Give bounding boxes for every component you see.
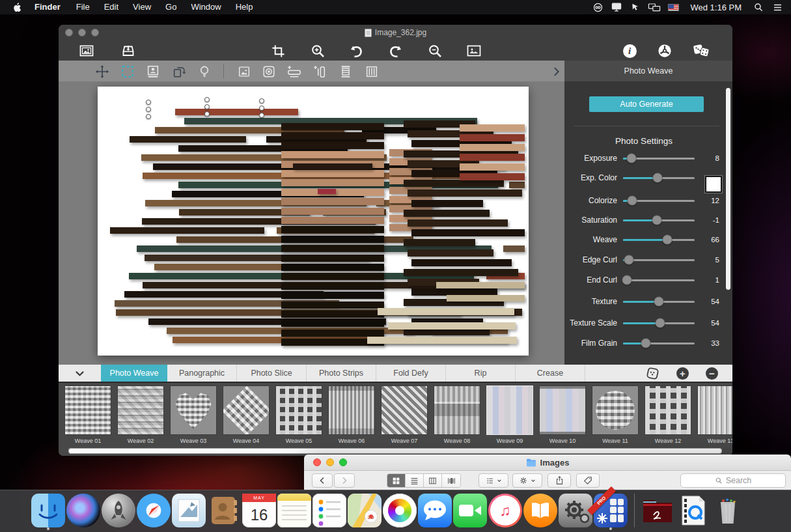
move-tool[interactable] bbox=[94, 64, 110, 79]
forward-button[interactable] bbox=[334, 473, 355, 488]
dock-icon-safari[interactable] bbox=[137, 494, 171, 527]
back-button[interactable] bbox=[312, 473, 333, 488]
add-preset-button[interactable]: + bbox=[676, 367, 689, 380]
slider-knob[interactable] bbox=[652, 173, 662, 183]
search-field[interactable]: Search bbox=[680, 473, 786, 488]
zoom-button[interactable] bbox=[91, 29, 99, 36]
slider-track[interactable] bbox=[623, 177, 695, 179]
dock-icon-ibooks[interactable] bbox=[523, 494, 557, 527]
dock-icon-photos[interactable] bbox=[383, 494, 417, 527]
slider-knob[interactable] bbox=[656, 318, 665, 328]
marquee-tool[interactable] bbox=[120, 64, 135, 79]
finder-zoom-button[interactable] bbox=[339, 458, 347, 466]
remove-preset-button[interactable]: − bbox=[706, 367, 718, 380]
add-vertical-strip-tool[interactable] bbox=[312, 64, 327, 79]
dock-icon-itunes[interactable]: ♫ bbox=[488, 494, 522, 527]
color-swatch[interactable] bbox=[705, 176, 722, 193]
expand-tools-chevron[interactable] bbox=[549, 64, 564, 79]
thumbnail-weave-08[interactable]: Weave 08 bbox=[434, 385, 480, 444]
tab-crease[interactable]: Crease bbox=[516, 365, 585, 382]
list-view-button[interactable] bbox=[406, 474, 424, 487]
undo-button[interactable] bbox=[348, 42, 365, 59]
dock-icon-launchpad[interactable] bbox=[102, 494, 135, 527]
creative-cloud-icon[interactable] bbox=[590, 1, 605, 13]
strip-selection-handle[interactable] bbox=[204, 97, 210, 102]
slider-track[interactable] bbox=[623, 279, 695, 281]
finder-title-bar[interactable]: Images bbox=[304, 455, 791, 471]
thumbnail-weave-09[interactable]: Weave 09 bbox=[486, 385, 533, 444]
menu-item-edit[interactable]: Edit bbox=[97, 0, 126, 14]
menu-item-go[interactable]: Go bbox=[158, 0, 184, 14]
hint-bulb-tool[interactable] bbox=[197, 64, 212, 79]
finder-minimize-button[interactable] bbox=[326, 458, 334, 466]
panel-scrollbar[interactable] bbox=[726, 88, 730, 290]
slider-track[interactable] bbox=[623, 322, 695, 324]
thumbnail-weave-11[interactable]: Weave 11 bbox=[592, 385, 639, 444]
icon-view-button[interactable] bbox=[387, 474, 406, 487]
thumbnail-weave-02[interactable]: Weave 02 bbox=[117, 385, 164, 444]
slider-track[interactable] bbox=[623, 343, 695, 344]
fit-image-button[interactable] bbox=[465, 42, 482, 59]
tab-panographic[interactable]: Panographic bbox=[167, 365, 237, 382]
tab-photo-weave[interactable]: Photo Weave bbox=[101, 365, 167, 382]
dock-icon-siri[interactable] bbox=[66, 494, 100, 527]
menu-item-file[interactable]: File bbox=[69, 0, 97, 14]
column-view-button[interactable] bbox=[424, 474, 442, 487]
dock-icon-quicktime[interactable] bbox=[676, 494, 710, 527]
menu-item-view[interactable]: View bbox=[126, 0, 158, 14]
zoom-out-button[interactable] bbox=[426, 42, 443, 59]
menu-clock[interactable]: Wed 1:16 PM bbox=[685, 3, 747, 12]
menu-item-help[interactable]: Help bbox=[229, 0, 260, 14]
crop-button[interactable] bbox=[270, 42, 286, 59]
strip-selection-handle[interactable] bbox=[146, 100, 151, 105]
strip-selection-handle[interactable] bbox=[259, 105, 264, 111]
slider-track[interactable] bbox=[623, 158, 695, 160]
auto-generate-button[interactable]: Auto Generate bbox=[589, 96, 704, 112]
tab-photo-slice[interactable]: Photo Slice bbox=[237, 365, 307, 382]
thumbnail-weave-04[interactable]: Weave 04 bbox=[223, 385, 270, 444]
dock-icon-messages[interactable] bbox=[418, 494, 452, 527]
action-gear-button[interactable] bbox=[512, 473, 542, 488]
save-button[interactable] bbox=[120, 42, 137, 59]
artwork-card[interactable] bbox=[98, 87, 529, 356]
redo-button[interactable] bbox=[387, 42, 404, 59]
spotlight-icon[interactable] bbox=[751, 1, 766, 13]
slider-track[interactable] bbox=[623, 219, 695, 221]
strip-selection-handle[interactable] bbox=[204, 104, 210, 109]
arrange-button[interactable] bbox=[479, 473, 508, 488]
slider-knob[interactable] bbox=[627, 154, 637, 163]
stamp-tool[interactable] bbox=[145, 64, 161, 79]
slider-knob[interactable] bbox=[622, 275, 631, 285]
dock-icon-notes[interactable] bbox=[277, 494, 311, 527]
pointer-device-icon[interactable] bbox=[628, 1, 643, 13]
thumbnail-weave-10[interactable]: Weave 10 bbox=[539, 385, 586, 444]
slider-knob[interactable] bbox=[654, 297, 664, 307]
slider-knob[interactable] bbox=[628, 196, 637, 206]
dock-icon-contacts[interactable] bbox=[207, 494, 241, 527]
dock-icon-trash[interactable] bbox=[711, 494, 745, 527]
thumbnail-weave-01[interactable]: Weave 01 bbox=[64, 385, 111, 444]
slider-knob[interactable] bbox=[641, 339, 651, 348]
thumbnail-weave-05[interactable]: Weave 05 bbox=[275, 385, 322, 444]
thumbnail-weave-07[interactable]: Weave 07 bbox=[381, 385, 428, 444]
strip-selection-handle[interactable] bbox=[146, 107, 151, 112]
strip-selection-handle[interactable] bbox=[204, 111, 210, 117]
apple-menu-icon[interactable] bbox=[7, 2, 26, 13]
dock-icon-reminders[interactable] bbox=[312, 494, 346, 527]
dock-icon-mail[interactable] bbox=[172, 494, 206, 527]
info-button[interactable]: i bbox=[621, 42, 638, 59]
connected-displays-icon[interactable] bbox=[647, 1, 661, 13]
open-image-button[interactable] bbox=[78, 42, 95, 59]
collapse-presets-chevron[interactable] bbox=[59, 365, 101, 382]
strip-selection-handle[interactable] bbox=[146, 114, 151, 119]
tab-rip[interactable]: Rip bbox=[446, 365, 516, 382]
minimize-button[interactable] bbox=[78, 29, 86, 36]
horizontal-strips-tool[interactable] bbox=[338, 64, 354, 79]
thumbnail-weave-13[interactable]: Weave 13 bbox=[697, 385, 732, 444]
duplicate-rotate-tool[interactable] bbox=[171, 64, 187, 79]
dock-icon-maps[interactable]: 3D bbox=[348, 494, 382, 527]
randomize-preset-button[interactable] bbox=[646, 367, 659, 380]
thumbnail-weave-03[interactable]: Weave 03 bbox=[170, 385, 217, 444]
slider-track[interactable] bbox=[623, 200, 695, 202]
image-layer-tool[interactable] bbox=[236, 64, 252, 79]
